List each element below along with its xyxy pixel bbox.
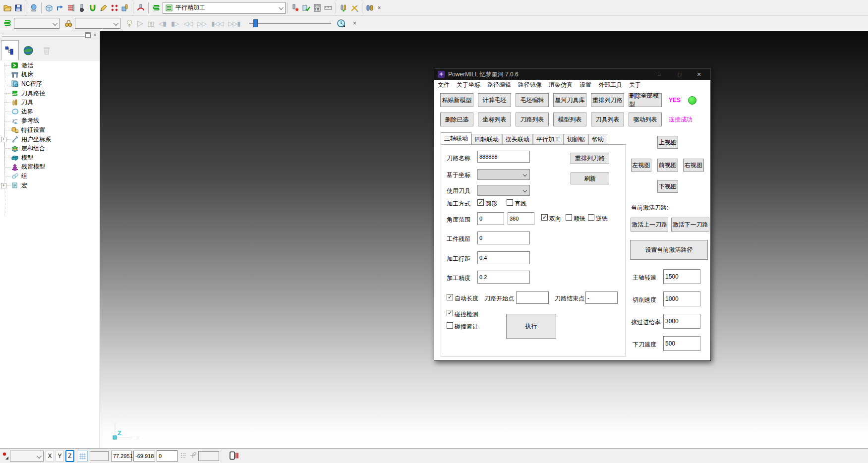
tab-parallel[interactable]: 平行加工 (533, 134, 564, 144)
rearrange-button[interactable]: 重排列刀路 (571, 153, 609, 164)
sidebar-item-stock-models[interactable]: 残留模型 (0, 163, 100, 172)
tab-world-view[interactable] (19, 40, 37, 60)
stepover-input[interactable] (477, 251, 530, 264)
view-bottom-button[interactable]: 下视图 (657, 180, 678, 193)
toolpath-icon[interactable] (151, 3, 161, 13)
go-to-end-button[interactable]: ▷▷▮ (228, 20, 240, 27)
line-checkbox[interactable] (507, 199, 513, 206)
tab-tilt-head[interactable]: 摆头联动 (502, 134, 533, 144)
go-to-start-button[interactable]: ▮◁◁ (211, 20, 223, 27)
maximize-button[interactable]: □ (671, 69, 688, 80)
calculator-icon[interactable] (312, 3, 322, 13)
sidebar-item-nc-programs[interactable]: NC程序 (0, 79, 100, 89)
slider-handle[interactable] (253, 19, 258, 27)
sidebar-item-models[interactable]: 模型 (0, 153, 100, 163)
step-back-button[interactable]: ◁▮ (159, 20, 166, 27)
collision-check-icon[interactable] (290, 3, 300, 13)
step-forward-button[interactable]: ▮▷ (171, 20, 178, 27)
sidebar-item-patterns[interactable]: 参考线 (0, 116, 100, 126)
pattern-icon[interactable] (99, 3, 109, 13)
sidebar-item-boundaries[interactable]: 边界 (0, 107, 100, 116)
locate-point-icon[interactable] (189, 452, 197, 460)
dialog-titlebar[interactable]: PowerMILL 忆梦星河 7.0.6 – □ ✕ (434, 69, 710, 80)
activate-next-button[interactable]: 激活下一刀路 (671, 218, 709, 232)
menu-path-edit[interactable]: 路径编辑 (487, 81, 511, 89)
menu-render-sim[interactable]: 渲染仿真 (549, 81, 573, 89)
model-list-button[interactable]: 模型列表 (553, 113, 586, 126)
grid-size-field[interactable] (90, 451, 109, 461)
strategy-combobox[interactable]: 平行精加工 (163, 2, 286, 14)
pause-device-icon[interactable] (229, 451, 239, 461)
conventional-checkbox[interactable] (588, 214, 594, 221)
sidebar-item-macros[interactable]: +宏 (0, 181, 100, 190)
toolbar-close-icon[interactable]: × (375, 4, 383, 12)
tolerance-input[interactable] (477, 271, 530, 284)
panel-close-icon[interactable]: × (92, 32, 98, 38)
tab-explorer-tree[interactable] (1, 40, 19, 60)
start-point-input[interactable] (516, 291, 549, 304)
close-button[interactable]: ✕ (691, 69, 707, 80)
spindle-speed-input[interactable] (663, 269, 700, 284)
view-top-button[interactable]: 上视图 (657, 136, 678, 149)
tool-holder-icon[interactable] (136, 3, 146, 13)
menu-about-coords[interactable]: 关于坐标 (457, 81, 480, 89)
z-levels-icon[interactable] (66, 3, 76, 13)
tool-database-icon[interactable] (365, 3, 375, 13)
tool-pair-icon[interactable] (339, 3, 348, 13)
angle-from-input[interactable] (477, 212, 504, 225)
collision-check-checkbox[interactable]: ✓ (447, 310, 453, 316)
panel-grip[interactable] (2, 33, 85, 34)
refresh-button[interactable]: 刷新 (571, 173, 609, 184)
delete-all-models-button[interactable]: 删除全部模型 (629, 93, 662, 107)
verify-toolpath-icon[interactable] (301, 3, 311, 13)
tab-3axis[interactable]: 三轴联动 (441, 132, 471, 144)
delete-selected-button[interactable]: 删除已选 (440, 113, 473, 126)
tab-help[interactable]: 帮助 (588, 134, 607, 144)
swap-axes-icon[interactable] (349, 3, 359, 13)
view-right-button[interactable]: 右视图 (683, 159, 704, 172)
panel-grip[interactable] (2, 35, 85, 37)
menu-file[interactable]: 文件 (438, 81, 450, 89)
tab-recycle-bin[interactable] (38, 40, 56, 60)
activate-prev-button[interactable]: 激活上一刀路 (631, 218, 668, 232)
toolpath-list-button[interactable]: 刀路列表 (516, 113, 549, 126)
grid-snap-button[interactable] (77, 451, 88, 462)
sidebar-item-toolpaths[interactable]: 刀具路径 (0, 89, 100, 98)
leads-links-icon[interactable] (55, 3, 65, 13)
cutting-feed-input[interactable] (663, 291, 700, 306)
sidebar-item-workplanes[interactable]: +用户坐标系 (0, 135, 100, 144)
point-list-icon[interactable] (179, 452, 187, 460)
toolpath-name-input[interactable] (477, 151, 530, 163)
plunge-feed-input[interactable] (663, 336, 700, 351)
rearrange-toolpaths-button[interactable]: 重排列刀路 (591, 93, 624, 107)
view-left-button[interactable]: 左视图 (631, 159, 651, 172)
save-project-icon[interactable] (13, 3, 23, 13)
block-edit-button[interactable]: 毛坯编辑 (516, 93, 549, 107)
clock-icon[interactable] (336, 18, 346, 28)
coord-list-button[interactable]: 坐标列表 (478, 113, 511, 126)
tolerance-status-field[interactable] (198, 451, 219, 461)
angle-to-input[interactable] (508, 212, 534, 225)
simulation-tool-combo[interactable] (75, 18, 120, 29)
calc-block-button[interactable]: 计算毛坯 (478, 93, 511, 107)
tab-saw[interactable]: 切割锯 (564, 134, 588, 144)
menu-settings[interactable]: 设置 (579, 81, 591, 89)
ruler-icon[interactable] (323, 3, 333, 13)
skim-feed-input[interactable] (663, 314, 700, 329)
base-coord-combo[interactable] (477, 169, 530, 180)
tool-list-button[interactable]: 刀具列表 (591, 113, 624, 126)
axis-x-button[interactable]: X (46, 451, 54, 462)
feature-block-icon[interactable] (120, 3, 130, 13)
menu-external-tools[interactable]: 外部工具 (598, 81, 622, 89)
bidirectional-checkbox[interactable]: ✓ (541, 214, 548, 221)
paste-new-model-button[interactable]: 粘贴新模型 (440, 93, 473, 107)
play-button[interactable]: ▷ (137, 19, 143, 28)
pause-button[interactable]: ▯▯ (148, 20, 154, 27)
sidebar-item-feature-sets[interactable]: 特征设置 (0, 125, 100, 135)
axis-y-button[interactable]: Y (56, 451, 64, 462)
tool-ball-icon[interactable] (77, 3, 87, 13)
end-point-input[interactable] (585, 291, 618, 304)
menu-about[interactable]: 关于 (629, 81, 641, 89)
simulation-toolpath-combo[interactable] (14, 18, 59, 29)
execute-button[interactable]: 执行 (506, 314, 556, 339)
